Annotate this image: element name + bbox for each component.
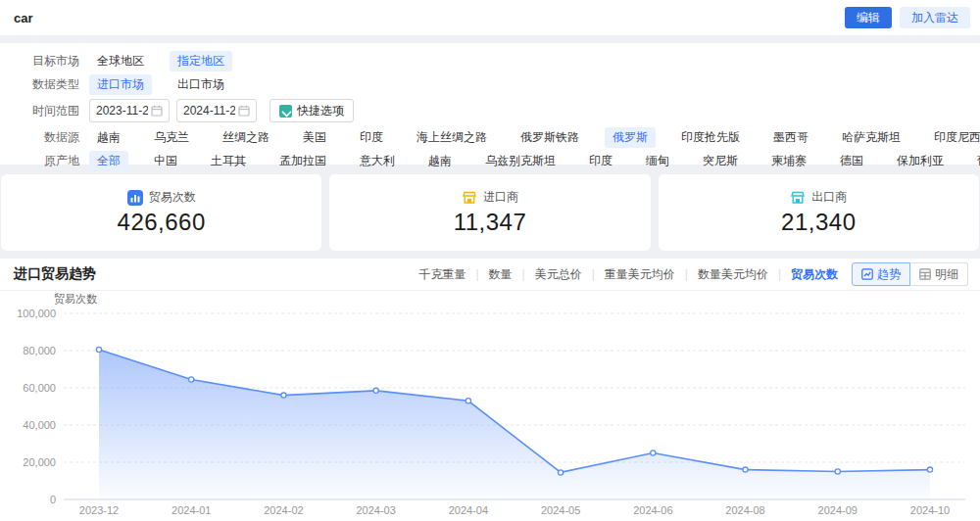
stat-label: 进口商 bbox=[483, 189, 518, 206]
data-point-2024-08[interactable] bbox=[743, 467, 748, 472]
end-date-value[interactable] bbox=[183, 104, 235, 118]
origin-option[interactable]: 孟加拉国 bbox=[271, 151, 334, 171]
metric-option[interactable]: 美元总价 bbox=[535, 266, 582, 283]
filter-row-data-source: 数据源 越南乌克兰丝绸之路美国印度海上丝绸之路俄罗斯铁路俄罗斯印度抢先版墨西哥哈… bbox=[32, 125, 970, 149]
svg-text:2024-01: 2024-01 bbox=[172, 504, 211, 516]
svg-text:2024-09: 2024-09 bbox=[818, 504, 858, 516]
detail-view-button[interactable]: 明细 bbox=[910, 262, 968, 286]
svg-text:20,000: 20,000 bbox=[23, 456, 56, 468]
end-date-input[interactable] bbox=[176, 99, 257, 122]
data-point-2024-04[interactable] bbox=[466, 399, 470, 403]
stat-label: 贸易次数 bbox=[149, 189, 196, 206]
metric-separator: | bbox=[685, 267, 688, 281]
data-point-2023-12[interactable] bbox=[96, 347, 101, 352]
metric-separator: | bbox=[522, 267, 525, 281]
filter-row-time-range: 时间范围 快捷选项 bbox=[32, 96, 970, 125]
data-point-2024-05[interactable] bbox=[559, 470, 564, 475]
origin-option[interactable]: 全部 bbox=[89, 151, 128, 171]
svg-text:2024-10: 2024-10 bbox=[910, 504, 950, 516]
data-point-2024-06[interactable] bbox=[651, 450, 656, 455]
svg-text:2024-02: 2024-02 bbox=[264, 504, 303, 516]
filter-label: 数据类型 bbox=[32, 76, 79, 93]
filter-row-data-type: 数据类型 进口市场出口市场 bbox=[32, 72, 970, 96]
metric-separator: | bbox=[592, 267, 595, 281]
start-date-value[interactable] bbox=[96, 104, 148, 118]
table-grid-icon bbox=[919, 268, 931, 280]
data-point-2024-03[interactable] bbox=[373, 388, 378, 393]
origin-options: 全部中国土耳其孟加拉国意大利越南乌兹别克斯坦印度缅甸突尼斯柬埔寨德国保加利亚葡萄… bbox=[89, 151, 980, 171]
filter-panel: 目标市场 全球地区指定地区 数据类型 进口市场出口市场 时间范围 快捷选项 数据… bbox=[0, 43, 980, 165]
target-market-option[interactable]: 全球地区 bbox=[89, 51, 152, 71]
importer-icon bbox=[462, 190, 477, 206]
metric-option[interactable]: 千克重量 bbox=[418, 266, 466, 283]
start-date-input[interactable] bbox=[89, 99, 170, 122]
stat-card-trade-count: 贸易次数 426,660 bbox=[1, 174, 321, 251]
svg-text:80,000: 80,000 bbox=[23, 345, 56, 356]
stat-cards: 贸易次数 426,660 进口商 11,347 出口商 21,340 bbox=[0, 174, 980, 251]
data-point-2024-10[interactable] bbox=[927, 467, 932, 472]
data-source-option[interactable]: 哈萨克斯坦 bbox=[834, 127, 908, 148]
svg-text:2024-08: 2024-08 bbox=[725, 504, 764, 516]
edit-button[interactable]: 编辑 bbox=[845, 7, 892, 28]
filter-row-origin: 原产地 全部中国土耳其孟加拉国意大利越南乌兹别克斯坦印度缅甸突尼斯柬埔寨德国保加… bbox=[32, 149, 970, 172]
metric-separator: | bbox=[778, 267, 781, 281]
origin-option[interactable]: 印度 bbox=[581, 151, 620, 171]
quick-options-label: 快捷选项 bbox=[297, 103, 344, 119]
data-source-option[interactable]: 越南 bbox=[89, 127, 128, 148]
quick-options-icon bbox=[279, 105, 292, 118]
data-source-option[interactable]: 美国 bbox=[295, 127, 334, 148]
origin-option[interactable]: 土耳其 bbox=[203, 151, 254, 171]
trend-chart-icon bbox=[861, 268, 873, 280]
data-source-option[interactable]: 墨西哥 bbox=[765, 127, 816, 148]
filter-label: 目标市场 bbox=[32, 53, 79, 70]
filter-row-target-market: 目标市场 全球地区指定地区 bbox=[32, 49, 970, 72]
trend-view-button[interactable]: 趋势 bbox=[852, 262, 910, 286]
data-type-option[interactable]: 出口市场 bbox=[170, 74, 232, 95]
add-to-radar-button[interactable]: 加入雷达 bbox=[900, 7, 970, 28]
metric-option[interactable]: 数量美元均价 bbox=[698, 266, 768, 283]
data-source-option[interactable]: 丝绸之路 bbox=[215, 127, 277, 148]
metric-option[interactable]: 数量 bbox=[489, 266, 513, 283]
data-point-2024-02[interactable] bbox=[281, 393, 286, 398]
stat-card-importers: 进口商 11,347 bbox=[329, 174, 650, 251]
trend-title: 进口贸易趋势 bbox=[14, 265, 96, 283]
stat-label: 出口商 bbox=[811, 189, 847, 206]
data-source-option[interactable]: 俄罗斯 bbox=[605, 127, 656, 148]
stat-value: 21,340 bbox=[781, 209, 856, 236]
origin-option[interactable]: 柬埔寨 bbox=[763, 151, 814, 171]
data-source-option[interactable]: 俄罗斯铁路 bbox=[513, 127, 587, 148]
origin-option[interactable]: 缅甸 bbox=[638, 151, 677, 171]
origin-option[interactable]: 葡萄牙 bbox=[969, 151, 980, 171]
quick-options-button[interactable]: 快捷选项 bbox=[270, 99, 354, 122]
calendar-icon bbox=[151, 105, 163, 117]
filter-label: 时间范围 bbox=[32, 103, 79, 119]
data-source-option[interactable]: 印度 bbox=[352, 127, 391, 148]
target-market-option[interactable]: 指定地区 bbox=[170, 51, 232, 71]
data-point-2024-01[interactable] bbox=[189, 377, 194, 382]
origin-option[interactable]: 意大利 bbox=[352, 151, 403, 171]
origin-option[interactable]: 突尼斯 bbox=[695, 151, 746, 171]
target-market-options: 全球地区指定地区 bbox=[89, 51, 232, 71]
data-source-option[interactable]: 印度抢先版 bbox=[673, 127, 748, 148]
divider-gap bbox=[0, 251, 980, 259]
data-source-options: 越南乌克兰丝绸之路美国印度海上丝绸之路俄罗斯铁路俄罗斯印度抢先版墨西哥哈萨克斯坦… bbox=[89, 127, 980, 148]
svg-text:2023-12: 2023-12 bbox=[79, 504, 119, 516]
metric-option[interactable]: 重量美元均价 bbox=[605, 266, 675, 283]
trend-area-chart: 贸易次数020,00040,00060,00080,000100,0002023… bbox=[0, 291, 980, 521]
data-source-option[interactable]: 乌克兰 bbox=[146, 127, 197, 148]
origin-option[interactable]: 中国 bbox=[146, 151, 185, 171]
data-type-option[interactable]: 进口市场 bbox=[89, 74, 152, 95]
view-toggles: 趋势 明细 bbox=[852, 262, 968, 286]
svg-text:贸易次数: 贸易次数 bbox=[54, 293, 97, 305]
stat-card-exporters: 出口商 21,340 bbox=[659, 174, 979, 251]
origin-option[interactable]: 越南 bbox=[420, 151, 460, 171]
origin-option[interactable]: 德国 bbox=[832, 151, 871, 171]
metric-option[interactable]: 贸易次数 bbox=[791, 266, 838, 283]
origin-option[interactable]: 保加利亚 bbox=[889, 151, 952, 171]
trend-panel-header: 进口贸易趋势 千克重量|数量|美元总价|重量美元均价|数量美元均价|贸易次数 趋… bbox=[0, 259, 980, 291]
data-source-option[interactable]: 印度尼西亚定制版 bbox=[926, 127, 980, 148]
origin-option[interactable]: 乌兹别克斯坦 bbox=[477, 151, 564, 171]
data-point-2024-09[interactable] bbox=[835, 469, 840, 474]
data-source-option[interactable]: 海上丝绸之路 bbox=[409, 127, 495, 148]
filter-label: 原产地 bbox=[32, 153, 79, 169]
